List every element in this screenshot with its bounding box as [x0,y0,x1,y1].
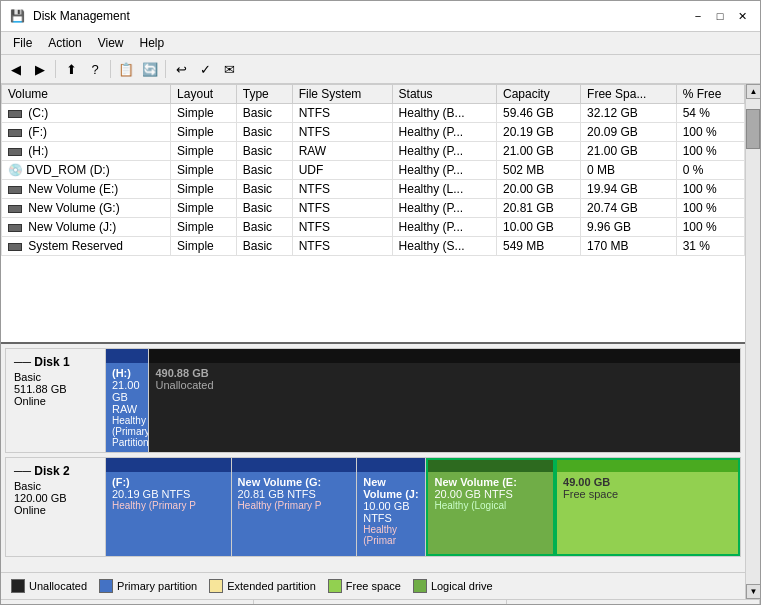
table-row[interactable]: New Volume (G:) Simple Basic NTFS Health… [2,199,745,218]
disk-1-unallocated[interactable]: 490.88 GB Unallocated [149,349,740,452]
scrollbar[interactable]: ▲ ▼ [745,84,760,599]
menu-action[interactable]: Action [40,34,89,52]
minimize-button[interactable]: − [688,7,708,25]
legend-primary: Primary partition [99,579,197,593]
cell-fs: NTFS [292,104,392,123]
cell-free: 20.09 GB [581,123,677,142]
disk-2-free-space[interactable]: 49.00 GB Free space [555,458,740,556]
volume-table: Volume Layout Type File System Status Ca… [1,84,745,256]
cell-type: Basic [236,104,292,123]
disk-2-partition-j[interactable]: New Volume (J: 10.00 GB NTFS Healthy (Pr… [357,458,426,556]
disk-1-partitions: (H:) 21.00 GB RAW Healthy (Primary Parti… [106,349,740,452]
table-row[interactable]: 💿 DVD_ROM (D:) Simple Basic UDF Healthy … [2,161,745,180]
menu-help[interactable]: Help [132,34,173,52]
cell-status: Healthy (P... [392,142,496,161]
col-capacity[interactable]: Capacity [496,85,580,104]
scroll-up-btn[interactable]: ▲ [746,84,760,99]
cell-layout: Simple [171,161,237,180]
cell-capacity: 20.19 GB [496,123,580,142]
cell-fs: NTFS [292,123,392,142]
toolbar-commit[interactable]: ✉ [218,58,240,80]
legend-logical-label: Logical drive [431,580,493,592]
col-filesystem[interactable]: File System [292,85,392,104]
cell-pct: 0 % [676,161,744,180]
legend-logical: Logical drive [413,579,493,593]
cell-layout: Simple [171,123,237,142]
close-button[interactable]: ✕ [732,7,752,25]
cell-capacity: 549 MB [496,237,580,256]
scroll-down-btn[interactable]: ▼ [746,584,760,599]
disk-1-h-status: Healthy (Primary Partition) [112,415,142,448]
disk-2-partition-g[interactable]: New Volume (G: 20.81 GB NTFS Healthy (Pr… [232,458,358,556]
table-row[interactable]: (C:) Simple Basic NTFS Healthy (B... 59.… [2,104,745,123]
table-row[interactable]: New Volume (E:) Simple Basic NTFS Health… [2,180,745,199]
table-row[interactable]: (H:) Simple Basic RAW Healthy (P... 21.0… [2,142,745,161]
cell-pct: 100 % [676,218,744,237]
cell-capacity: 20.00 GB [496,180,580,199]
legend-unallocated-color [11,579,25,593]
cell-volume: New Volume (J:) [2,218,171,237]
col-volume[interactable]: Volume [2,85,171,104]
disk-2-label: ── Disk 2 Basic 120.00 GB Online [6,458,106,556]
cell-layout: Simple [171,237,237,256]
toolbar-forward[interactable]: ▶ [29,58,51,80]
disk-2-id: ── Disk 2 [14,464,97,478]
disk-1-type: Basic [14,371,41,383]
table-section[interactable]: Volume Layout Type File System Status Ca… [1,84,745,344]
col-free[interactable]: Free Spa... [581,85,677,104]
legend-unallocated: Unallocated [11,579,87,593]
toolbar-separator-2 [110,60,111,78]
col-layout[interactable]: Layout [171,85,237,104]
cell-fs: NTFS [292,237,392,256]
cell-fs: RAW [292,142,392,161]
scroll-thumb[interactable] [746,109,760,149]
disk-1-status: Online [14,395,46,407]
legend-primary-label: Primary partition [117,580,197,592]
legend-extended: Extended partition [209,579,316,593]
col-pctfree[interactable]: % Free [676,85,744,104]
col-status[interactable]: Status [392,85,496,104]
cell-status: Healthy (P... [392,199,496,218]
disk-2-partition-e[interactable]: New Volume (E: 20.00 GB NTFS Healthy (Lo… [426,458,555,556]
cell-layout: Simple [171,180,237,199]
toolbar-refresh[interactable]: 🔄 [139,58,161,80]
legend-extended-label: Extended partition [227,580,316,592]
window-title: Disk Management [33,9,680,23]
menu-view[interactable]: View [90,34,132,52]
cell-type: Basic [236,180,292,199]
cell-layout: Simple [171,199,237,218]
cell-pct: 31 % [676,237,744,256]
disk-2-j-size: 10.00 GB NTFS [363,500,419,524]
disk-2-type: Basic [14,480,41,492]
toolbar-properties[interactable]: 📋 [115,58,137,80]
toolbar-help[interactable]: ? [84,58,106,80]
disk-1-id: ── Disk 1 [14,355,97,369]
table-row[interactable]: (F:) Simple Basic NTFS Healthy (P... 20.… [2,123,745,142]
toolbar-check[interactable]: ✓ [194,58,216,80]
status-bar [1,599,760,604]
disk-1-h-name: (H:) [112,367,142,379]
toolbar-back[interactable]: ◀ [5,58,27,80]
cell-free: 0 MB [581,161,677,180]
cell-status: Healthy (B... [392,104,496,123]
legend-unallocated-label: Unallocated [29,580,87,592]
status-cell-1 [1,600,254,604]
toolbar-undo[interactable]: ↩ [170,58,192,80]
toolbar: ◀ ▶ ⬆ ? 📋 🔄 ↩ ✓ ✉ [1,55,760,84]
disk-1-partition-h[interactable]: (H:) 21.00 GB RAW Healthy (Primary Parti… [106,349,149,452]
disk-2-e-name: New Volume (E: [434,476,547,488]
disk-2-row: ── Disk 2 Basic 120.00 GB Online (F:) 20… [5,457,741,557]
menu-file[interactable]: File [5,34,40,52]
cell-free: 170 MB [581,237,677,256]
disk-2-f-size: 20.19 GB NTFS [112,488,225,500]
toolbar-separator-3 [165,60,166,78]
disk-2-partition-f[interactable]: (F:) 20.19 GB NTFS Healthy (Primary P [106,458,232,556]
table-row[interactable]: New Volume (J:) Simple Basic NTFS Health… [2,218,745,237]
cell-capacity: 59.46 GB [496,104,580,123]
col-type[interactable]: Type [236,85,292,104]
maximize-button[interactable]: □ [710,7,730,25]
toolbar-up[interactable]: ⬆ [60,58,82,80]
disk-2-partitions: (F:) 20.19 GB NTFS Healthy (Primary P Ne… [106,458,740,556]
cell-status: Healthy (L... [392,180,496,199]
table-row[interactable]: System Reserved Simple Basic NTFS Health… [2,237,745,256]
